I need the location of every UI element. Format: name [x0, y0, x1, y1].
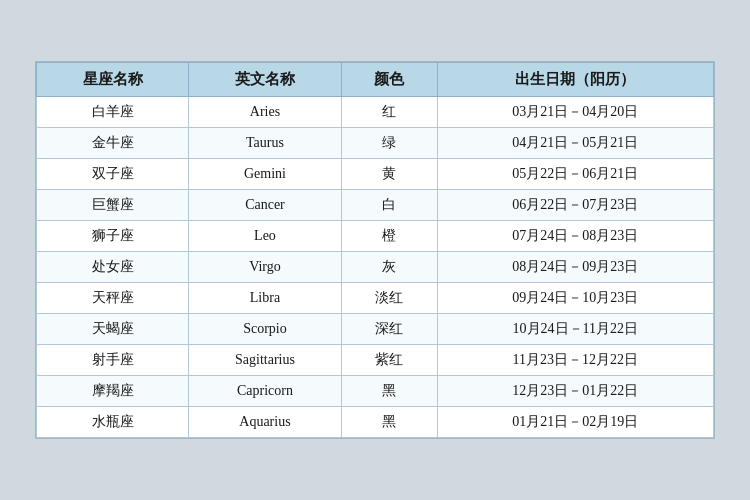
cell-chinese: 金牛座	[37, 128, 189, 159]
cell-chinese: 摩羯座	[37, 376, 189, 407]
cell-color: 灰	[341, 252, 437, 283]
cell-color: 绿	[341, 128, 437, 159]
cell-color: 白	[341, 190, 437, 221]
cell-color: 黑	[341, 407, 437, 438]
table-row: 白羊座Aries红03月21日－04月20日	[37, 97, 714, 128]
cell-chinese: 水瓶座	[37, 407, 189, 438]
cell-dates: 05月22日－06月21日	[437, 159, 713, 190]
cell-dates: 01月21日－02月19日	[437, 407, 713, 438]
col-header-dates: 出生日期（阳历）	[437, 63, 713, 97]
cell-dates: 07月24日－08月23日	[437, 221, 713, 252]
table-row: 狮子座Leo橙07月24日－08月23日	[37, 221, 714, 252]
cell-dates: 12月23日－01月22日	[437, 376, 713, 407]
cell-color: 黑	[341, 376, 437, 407]
cell-dates: 09月24日－10月23日	[437, 283, 713, 314]
table-row: 水瓶座Aquarius黑01月21日－02月19日	[37, 407, 714, 438]
table-header-row: 星座名称 英文名称 颜色 出生日期（阳历）	[37, 63, 714, 97]
table-row: 天秤座Libra淡红09月24日－10月23日	[37, 283, 714, 314]
cell-color: 紫红	[341, 345, 437, 376]
cell-english: Capricorn	[189, 376, 341, 407]
table-row: 金牛座Taurus绿04月21日－05月21日	[37, 128, 714, 159]
table-row: 射手座Sagittarius紫红11月23日－12月22日	[37, 345, 714, 376]
cell-english: Virgo	[189, 252, 341, 283]
cell-color: 黄	[341, 159, 437, 190]
cell-chinese: 射手座	[37, 345, 189, 376]
cell-chinese: 白羊座	[37, 97, 189, 128]
cell-english: Aquarius	[189, 407, 341, 438]
cell-english: Scorpio	[189, 314, 341, 345]
cell-english: Gemini	[189, 159, 341, 190]
col-header-chinese: 星座名称	[37, 63, 189, 97]
cell-color: 橙	[341, 221, 437, 252]
cell-english: Aries	[189, 97, 341, 128]
cell-chinese: 狮子座	[37, 221, 189, 252]
col-header-color: 颜色	[341, 63, 437, 97]
cell-english: Leo	[189, 221, 341, 252]
cell-chinese: 天秤座	[37, 283, 189, 314]
table-row: 双子座Gemini黄05月22日－06月21日	[37, 159, 714, 190]
cell-color: 红	[341, 97, 437, 128]
cell-dates: 11月23日－12月22日	[437, 345, 713, 376]
table-row: 处女座Virgo灰08月24日－09月23日	[37, 252, 714, 283]
cell-english: Taurus	[189, 128, 341, 159]
table-row: 天蝎座Scorpio深红10月24日－11月22日	[37, 314, 714, 345]
table-row: 巨蟹座Cancer白06月22日－07月23日	[37, 190, 714, 221]
cell-chinese: 天蝎座	[37, 314, 189, 345]
cell-english: Libra	[189, 283, 341, 314]
table-row: 摩羯座Capricorn黑12月23日－01月22日	[37, 376, 714, 407]
cell-color: 淡红	[341, 283, 437, 314]
zodiac-table: 星座名称 英文名称 颜色 出生日期（阳历） 白羊座Aries红03月21日－04…	[36, 62, 714, 438]
cell-dates: 08月24日－09月23日	[437, 252, 713, 283]
table-body: 白羊座Aries红03月21日－04月20日金牛座Taurus绿04月21日－0…	[37, 97, 714, 438]
zodiac-table-container: 星座名称 英文名称 颜色 出生日期（阳历） 白羊座Aries红03月21日－04…	[35, 61, 715, 439]
cell-color: 深红	[341, 314, 437, 345]
col-header-english: 英文名称	[189, 63, 341, 97]
cell-english: Sagittarius	[189, 345, 341, 376]
cell-english: Cancer	[189, 190, 341, 221]
cell-chinese: 巨蟹座	[37, 190, 189, 221]
cell-dates: 03月21日－04月20日	[437, 97, 713, 128]
cell-chinese: 双子座	[37, 159, 189, 190]
cell-dates: 10月24日－11月22日	[437, 314, 713, 345]
cell-dates: 06月22日－07月23日	[437, 190, 713, 221]
cell-dates: 04月21日－05月21日	[437, 128, 713, 159]
cell-chinese: 处女座	[37, 252, 189, 283]
